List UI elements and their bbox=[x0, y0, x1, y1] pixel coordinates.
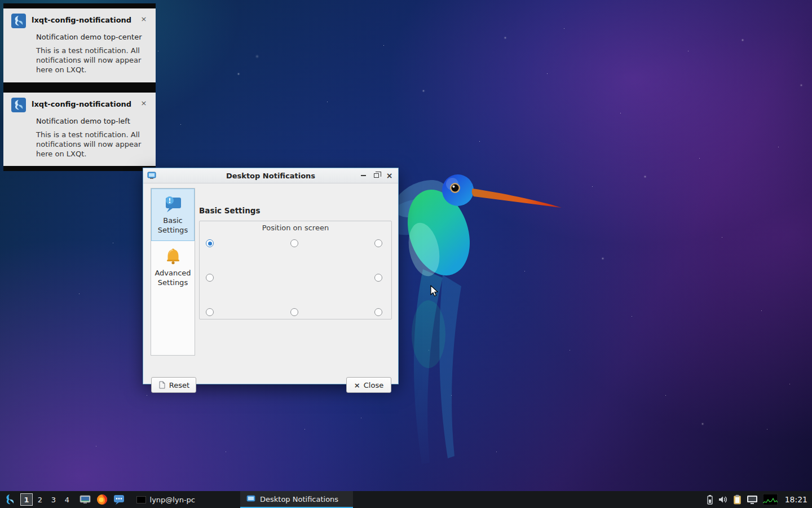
notification-app-name: lxqt-config-notificationd bbox=[32, 98, 140, 108]
window-titlebar[interactable]: Desktop Notifications × bbox=[143, 168, 398, 183]
chat-icon[interactable] bbox=[113, 493, 125, 506]
notification-close-button[interactable]: × bbox=[140, 98, 148, 107]
battery-icon[interactable] bbox=[707, 494, 713, 505]
cpu-monitor-widget[interactable] bbox=[763, 494, 778, 505]
task-label: Desktop Notifications bbox=[260, 495, 338, 503]
app-menu-button[interactable] bbox=[2, 492, 17, 507]
radio-bottom-left[interactable] bbox=[206, 308, 214, 316]
workspace-pager: 1 2 3 4 bbox=[20, 493, 73, 506]
reset-button-label: Reset bbox=[169, 381, 189, 389]
system-tray: 18:21 bbox=[707, 494, 812, 505]
radio-top-left[interactable] bbox=[206, 239, 214, 247]
notification-summary: Notification demo top-left bbox=[36, 116, 147, 126]
reset-button[interactable]: Reset bbox=[151, 377, 196, 393]
window-icon bbox=[246, 495, 256, 503]
window-controls: × bbox=[359, 172, 398, 180]
radio-top-center[interactable] bbox=[290, 239, 298, 247]
window-body: Basic Settings Advanced Settings Basic S… bbox=[143, 183, 398, 384]
quick-launch bbox=[79, 493, 125, 506]
settings-sidebar: Basic Settings Advanced Settings bbox=[151, 188, 195, 356]
notification-close-button[interactable]: × bbox=[140, 14, 148, 23]
lxqt-app-icon bbox=[11, 98, 26, 112]
groupbox-title: Position on screen bbox=[200, 224, 391, 232]
notification-body: This is a test notification. All notific… bbox=[36, 46, 147, 75]
terminal-icon bbox=[136, 496, 146, 503]
notification-app-name: lxqt-config-notificationd bbox=[32, 14, 140, 24]
position-groupbox: Position on screen bbox=[199, 221, 392, 319]
task-label: lynp@lyn-pc bbox=[150, 496, 195, 504]
close-button-label: Close bbox=[364, 381, 383, 389]
workspace-button-2[interactable]: 2 bbox=[34, 493, 46, 506]
taskbar-task-desktop-notifications[interactable]: Desktop Notifications bbox=[240, 491, 353, 508]
radio-top-right[interactable] bbox=[374, 239, 382, 247]
lxqt-app-icon bbox=[11, 14, 26, 28]
close-button[interactable]: × bbox=[385, 172, 394, 180]
hummingbird-artwork bbox=[389, 165, 570, 481]
volume-icon[interactable] bbox=[718, 495, 728, 504]
workspace-button-1[interactable]: 1 bbox=[20, 493, 33, 506]
desktop-notifications-window: Desktop Notifications × Basic Settings bbox=[143, 168, 399, 384]
notification-stack: lxqt-config-notificationd × Notification… bbox=[3, 3, 156, 171]
display-icon[interactable] bbox=[747, 495, 758, 505]
lxqt-logo-icon bbox=[3, 493, 16, 506]
basic-settings-icon bbox=[163, 194, 183, 214]
radio-middle-right[interactable] bbox=[374, 274, 382, 282]
close-icon: × bbox=[386, 172, 393, 179]
page-heading: Basic Settings bbox=[199, 206, 261, 215]
workspace-button-3[interactable]: 3 bbox=[47, 493, 60, 506]
notification-body: This is a test notification. All notific… bbox=[36, 130, 147, 159]
sidebar-item-label: Advanced Settings bbox=[153, 269, 193, 288]
radio-bottom-right[interactable] bbox=[374, 308, 382, 316]
taskbar-task-terminal[interactable]: lynp@lyn-pc bbox=[131, 491, 201, 508]
clock[interactable]: 18:21 bbox=[785, 495, 807, 504]
radio-bottom-center[interactable] bbox=[290, 308, 298, 316]
file-manager-icon[interactable] bbox=[79, 493, 91, 506]
sidebar-item-advanced-settings[interactable]: Advanced Settings bbox=[151, 241, 195, 294]
notification-top-center: lxqt-config-notificationd × Notification… bbox=[3, 3, 156, 87]
notification-top-left: lxqt-config-notificationd × Notification… bbox=[3, 87, 156, 172]
close-icon: × bbox=[354, 381, 360, 389]
minimize-icon bbox=[361, 175, 366, 176]
radio-middle-left[interactable] bbox=[206, 274, 214, 282]
starfield-bright bbox=[0, 0, 1, 1]
workspace-button-4[interactable]: 4 bbox=[61, 493, 73, 506]
mouse-cursor bbox=[429, 285, 439, 297]
sidebar-item-label: Basic Settings bbox=[153, 216, 193, 235]
sidebar-item-basic-settings[interactable]: Basic Settings bbox=[151, 189, 195, 241]
minimize-button[interactable] bbox=[359, 172, 368, 180]
restore-icon bbox=[374, 173, 379, 178]
notification-summary: Notification demo top-center bbox=[36, 32, 147, 42]
clipboard-icon[interactable] bbox=[733, 494, 742, 505]
advanced-settings-bell-icon bbox=[163, 246, 183, 266]
close-dialog-button[interactable]: × Close bbox=[346, 377, 391, 393]
firefox-icon[interactable] bbox=[96, 493, 108, 506]
taskbar: 1 2 3 4 lynp@lyn-pc bbox=[0, 491, 812, 508]
restore-button[interactable] bbox=[372, 172, 381, 180]
reset-icon bbox=[158, 381, 166, 389]
